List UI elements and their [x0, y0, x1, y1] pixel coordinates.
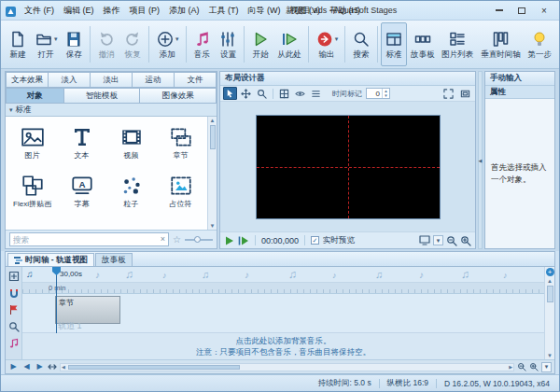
settings-button[interactable]: 设置 [215, 22, 241, 66]
close-button[interactable]: × [533, 3, 555, 19]
tab-storyboard[interactable]: 故事板 [95, 253, 133, 266]
undo-button[interactable]: 撤消 [93, 22, 119, 66]
from-here-button[interactable]: 从此处 [273, 22, 304, 66]
fit-view-button[interactable] [441, 87, 455, 100]
clear-search-icon[interactable]: × [161, 235, 165, 244]
flag-marker-icon[interactable] [8, 304, 20, 315]
previous-marker-icon[interactable]: ◀ [21, 363, 32, 371]
zoom-in-icon[interactable] [460, 235, 471, 246]
search-input[interactable] [13, 235, 159, 245]
scroll-up-icon[interactable]: ▲ [210, 118, 216, 123]
safe-area-button[interactable] [458, 87, 472, 100]
standard-view-button[interactable]: 标准 [381, 22, 407, 66]
timeline-zoom-out-icon[interactable] [517, 362, 526, 371]
redo-button[interactable]: 恢复 [119, 22, 146, 66]
minimize-button[interactable] [488, 3, 511, 19]
gallery-item-chapter[interactable]: 章节 [156, 119, 205, 167]
menu-add[interactable]: 添加 (A) [164, 3, 204, 19]
playhead-line[interactable] [56, 267, 57, 333]
gallery-item-picture[interactable]: 图片 [7, 119, 57, 167]
music-button[interactable]: 音乐 [189, 22, 216, 66]
new-button[interactable]: 新建 [5, 22, 31, 66]
music-tool-icon[interactable] [8, 338, 20, 349]
menu-edit[interactable]: 编辑 (E) [59, 3, 99, 19]
timeline-vertical-scrollbar[interactable]: + ▲ ▼ [544, 267, 554, 359]
scroll-right-icon[interactable]: ▶ [509, 364, 512, 370]
first-step-button[interactable]: 第一步 [525, 22, 555, 66]
select-tool-button[interactable] [223, 87, 237, 100]
guides-toggle-button[interactable] [293, 87, 307, 100]
menu-view[interactable]: 视图 (V) [286, 3, 326, 19]
timeline-horizontal-scrollbar[interactable]: ◀ ▶ [60, 363, 514, 371]
scroll-down-icon[interactable]: ▼ [547, 353, 553, 358]
tab-fade-out[interactable]: 淡出 [91, 72, 133, 88]
display-mode-caret-icon[interactable]: ▼ [433, 235, 443, 245]
grid-toggle-button[interactable] [277, 87, 291, 100]
scrollbar-thumb[interactable] [210, 125, 216, 149]
scroll-up-icon[interactable]: ▲ [547, 278, 553, 284]
tab-objects[interactable]: 对象 [6, 88, 64, 104]
category-header-standard[interactable]: ▾ 标准 [6, 104, 217, 117]
open-button[interactable]: ▾ 打开 [31, 22, 61, 66]
timeline-ruler[interactable]: 0 min [22, 283, 544, 294]
right-panel-splitter[interactable]: ◀ [478, 71, 483, 249]
favorites-star-icon[interactable]: ☆ [173, 235, 181, 245]
gallery-item-subtitle[interactable]: A 字幕 [57, 167, 106, 216]
timeline-zoom-caret-icon[interactable]: ▼ [541, 362, 552, 372]
zoom-tool-button[interactable] [255, 87, 269, 100]
pan-tool-button[interactable] [239, 87, 253, 100]
tab-files[interactable]: 文件 [175, 72, 217, 88]
gallery-item-placeholder[interactable]: 占位符 [156, 167, 205, 216]
menu-file[interactable]: 文件 (F) [20, 3, 59, 19]
add-button[interactable]: ▾ 添加 [152, 22, 182, 66]
spinner-down-icon[interactable]: ▼ [383, 93, 389, 98]
maximize-button[interactable] [511, 3, 533, 19]
output-button[interactable]: ▾ 输出 [312, 22, 342, 66]
track-1[interactable]: 章节 轨道 1 [22, 294, 544, 333]
designer-workspace[interactable] [220, 102, 475, 231]
gallery-item-video[interactable]: 视频 [106, 119, 156, 167]
vertical-timeline-view-button[interactable]: 垂直时间轴 [477, 22, 524, 66]
slider-thumb[interactable] [194, 236, 201, 243]
search-button[interactable]: 搜索 [348, 22, 374, 66]
zoom-out-icon[interactable] [446, 235, 457, 246]
zoom-region-icon[interactable] [8, 321, 20, 332]
tab-image-effects[interactable]: 图像效果 [140, 88, 217, 104]
menu-project[interactable]: 项目 (P) [125, 3, 165, 19]
tab-fade-in[interactable]: 淡入 [49, 72, 91, 88]
time-marker-spinner[interactable]: 0 ▲▼ [366, 88, 390, 99]
background-music-strip[interactable]: ♫ 30,00s ♪ ♫ ♪ ♫ ♪ ♫ ♪ ♫ ♪ ♫ ♪ [22, 267, 544, 283]
spinner-arrows[interactable]: ▲▼ [382, 89, 389, 98]
timeline-tracks-area[interactable]: ♫ 30,00s ♪ ♫ ♪ ♫ ♪ ♫ ♪ ♫ ♪ ♫ ♪ 0 min [22, 267, 544, 359]
live-preview-checkbox[interactable]: ✓ [311, 236, 319, 245]
timeline-zoom-in-icon[interactable] [529, 362, 539, 371]
magnet-tool-icon[interactable] [8, 287, 20, 299]
fit-timeline-icon[interactable] [48, 362, 57, 371]
timeline-play-icon[interactable]: ▶ [8, 363, 19, 371]
preview-play-from-icon[interactable] [238, 235, 249, 246]
start-button[interactable]: 开始 [247, 22, 273, 66]
next-marker-icon[interactable]: ▶ [35, 363, 45, 371]
preview-canvas[interactable] [256, 115, 441, 219]
scrollbar-thumb[interactable] [68, 365, 240, 370]
tab-motion[interactable]: 运动 [133, 72, 175, 88]
display-mode-icon[interactable] [419, 235, 430, 245]
scroll-down-icon[interactable]: ▼ [210, 223, 216, 229]
tab-track-view[interactable]: 时间轴 - 轨道视图 [7, 253, 94, 266]
object-list-button[interactable] [309, 87, 323, 100]
storyboard-view-button[interactable]: 故事板 [407, 22, 438, 66]
gallery-item-particle[interactable]: 粒子 [106, 167, 156, 216]
menu-actions[interactable]: 操作 [99, 3, 125, 19]
tab-smart-templates[interactable]: 智能模板 [64, 88, 141, 104]
menu-wizards[interactable]: 向导 (W) [244, 3, 286, 19]
scrollbar-thumb[interactable] [547, 286, 553, 302]
insert-tool-icon[interactable] [8, 271, 20, 282]
menu-tools[interactable]: 工具 (T) [204, 3, 244, 19]
gallery-item-flexi-collage[interactable]: Flexi拼贴画 [7, 167, 57, 216]
thumbnail-size-slider[interactable] [185, 239, 213, 241]
menu-help[interactable]: 帮助 (H) [325, 3, 365, 19]
gallery-item-text[interactable]: 文本 [57, 119, 106, 167]
preview-play-icon[interactable] [224, 235, 234, 246]
tab-text-effects[interactable]: 文本效果 [6, 72, 49, 88]
scroll-left-icon[interactable]: ◀ [62, 364, 65, 370]
